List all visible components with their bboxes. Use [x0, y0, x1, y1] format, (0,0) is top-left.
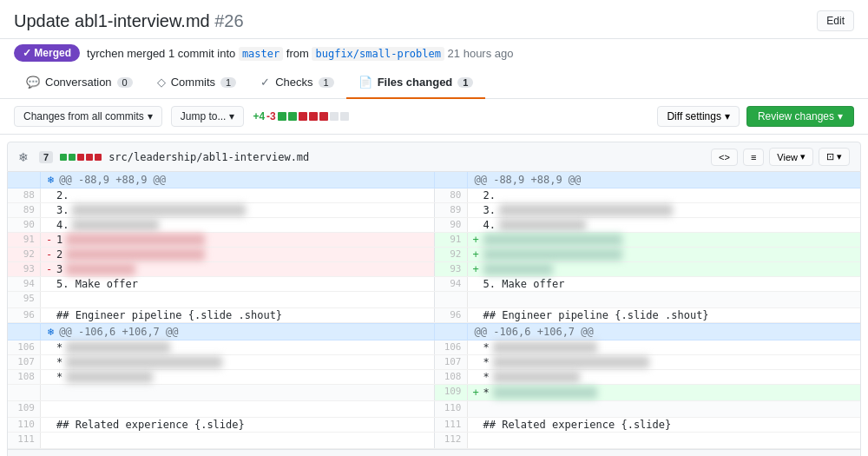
display-chevron: ▾	[837, 151, 842, 162]
content-l-109b	[41, 401, 435, 417]
stat-block-3	[299, 112, 307, 121]
text-l-92: 2	[56, 248, 62, 261]
text-l-91: 1	[56, 234, 62, 246]
hunk-2-header-row: ❄ @@ -106,6 +106,7 @@ @@ -106,6 +106,7 @…	[8, 323, 860, 340]
diff-row-91: 91 - 1 blurred del text 91 + blurred add…	[8, 233, 860, 248]
pr-title: Update abl1-interview.md #26	[14, 11, 244, 31]
hunk-2-left-num	[8, 324, 41, 340]
diff-row-94: 94 5. Make offer 94 5. Make offer	[8, 277, 860, 292]
edit-button[interactable]: Edit	[817, 10, 854, 31]
ln-r-93: 93	[435, 262, 468, 276]
hunk-1-header-row: ❄ @@ -88,9 +88,9 @@ @@ -88,9 +88,9 @@	[8, 172, 860, 188]
tab-commits-label: Commits	[171, 76, 215, 89]
file-block-4	[86, 154, 93, 161]
blurred-r-90: blurred	[499, 219, 586, 231]
content-l-92: - 2 blurred del text	[41, 248, 435, 261]
tab-commits[interactable]: ◇ Commits 1	[145, 67, 248, 99]
sign-r-111	[473, 419, 483, 431]
hunk-1-header-text-l: @@ -88,9 +88,9 @@	[59, 174, 166, 186]
text-r-80: 2.	[483, 189, 496, 202]
content-l-93: - 3 blurred	[41, 262, 435, 276]
blurred-r-89: blurred content here	[499, 204, 673, 216]
hunk-1-left-content: ❄ @@ -88,9 +88,9 @@	[41, 172, 435, 188]
star-r-106: *	[483, 341, 490, 354]
ln-r-80: 80	[435, 188, 468, 202]
diff-row-93: 93 - 3 blurred 93 + blurred	[8, 262, 860, 277]
stat-block-6	[330, 112, 339, 121]
base-branch[interactable]: master	[239, 47, 283, 61]
text-r-90: 4.	[483, 219, 496, 231]
blurred-r-91: blurred add text	[483, 234, 622, 246]
file-path: src/leadership/abl1-interview.md	[108, 151, 309, 163]
view-label: View	[777, 152, 798, 162]
expand-icon-hunk1-l[interactable]: ❄	[48, 174, 54, 186]
ln-l-93: 93	[8, 262, 41, 276]
page: Update abl1-interview.md #26 Edit ✓ Merg…	[0, 0, 868, 456]
tabs-container: 💬 Conversation 0 ◇ Commits 1 ✓ Checks 1 …	[0, 67, 868, 99]
diff-row-96: 96 ## Engineer pipeline {.slide .shout} …	[8, 308, 860, 323]
blurred-l-107: blurred text content	[66, 356, 222, 368]
star-l-107: *	[56, 356, 62, 368]
ln-r-89: 89	[435, 203, 468, 217]
file-view-button[interactable]: ≡	[743, 149, 764, 166]
tab-checks-label: Checks	[275, 76, 312, 89]
tab-files-label: Files changed	[378, 76, 453, 89]
merged-description: tyrchen merged 1 commit into	[87, 47, 235, 60]
file-block-5	[95, 154, 102, 161]
review-changes-label: Review changes	[758, 110, 834, 122]
ln-l-95: 95	[8, 292, 41, 307]
bottom-expand-row[interactable]: ❄	[8, 449, 860, 456]
hunk-1-header-text-r: @@ -88,9 +88,9 @@	[475, 174, 582, 186]
content-r-89: 3. blurred content here	[468, 203, 861, 217]
text-l-88: 2.	[56, 189, 69, 202]
sign-l-110	[46, 419, 56, 431]
diff-stats: +4 -3	[253, 110, 348, 122]
file-block-3	[77, 154, 84, 161]
expand-icon-hunk2[interactable]: ❄	[48, 326, 54, 338]
hunk-1-left-num	[8, 172, 41, 188]
file-block-1	[60, 154, 67, 161]
diff-settings-button[interactable]: Diff settings ▾	[657, 106, 739, 127]
changes-from-button[interactable]: Changes from all commits ▾	[14, 106, 162, 127]
hunk-2-right-content: @@ -106,6 +106,7 @@	[468, 324, 861, 340]
display-button[interactable]: ⊡ ▾	[819, 148, 850, 166]
blurred-l-91: blurred del text	[66, 234, 205, 246]
ln-l-109b: 109	[8, 401, 41, 417]
jump-to-button[interactable]: Jump to... ▾	[171, 106, 245, 127]
tab-conversation[interactable]: 💬 Conversation 0	[14, 67, 145, 99]
jump-to-label: Jump to...	[181, 110, 227, 122]
sign-l-93: -	[46, 263, 56, 275]
content-l-89: 3. blurred content here	[41, 203, 435, 217]
blurred-l-106: blurred text	[66, 341, 170, 354]
code-view-button[interactable]: <>	[711, 149, 738, 166]
stat-block-4	[309, 112, 318, 121]
view-button[interactable]: View ▾	[769, 148, 813, 166]
ln-r-110: 110	[435, 401, 468, 417]
tab-files-changed[interactable]: 📄 Files changed 1	[346, 67, 486, 99]
file-icon: ≡	[751, 152, 756, 162]
diff-row-107: 107 * blurred text content 107 * blurred…	[8, 355, 860, 370]
sign-r-80	[473, 189, 483, 202]
ln-r-112: 112	[435, 433, 468, 448]
diff-row-108: 108 * blurred 108 * blurred	[8, 370, 860, 385]
content-l-108: * blurred	[41, 370, 435, 384]
chevron-down-icon-4: ▾	[838, 110, 843, 122]
chevron-down-icon-3: ▾	[725, 110, 730, 122]
content-l-90: 4. blurred	[41, 218, 435, 232]
ln-l-96: 96	[8, 308, 41, 322]
file-block-2	[69, 154, 76, 161]
review-changes-button[interactable]: Review changes ▾	[746, 106, 854, 127]
expand-icon[interactable]: ❄	[18, 150, 29, 164]
content-r-109: + * blurred add	[468, 385, 861, 400]
content-l-88: 2.	[41, 188, 435, 202]
file-info: ❄ 7 src/leadership/abl1-interview.md	[18, 150, 309, 164]
hunk-2-left-content: ❄ @@ -106,6 +106,7 @@	[41, 324, 435, 340]
stat-block-7	[340, 112, 349, 121]
content-l-107: * blurred text content	[41, 355, 435, 369]
tab-checks[interactable]: ✓ Checks 1	[248, 67, 345, 99]
blurred-l-108: blurred	[66, 371, 153, 383]
stat-block-2	[288, 112, 297, 121]
head-branch[interactable]: bugfix/small-problem	[312, 47, 444, 61]
star-l-106: *	[56, 341, 62, 354]
ln-r-109: 109	[435, 385, 468, 400]
